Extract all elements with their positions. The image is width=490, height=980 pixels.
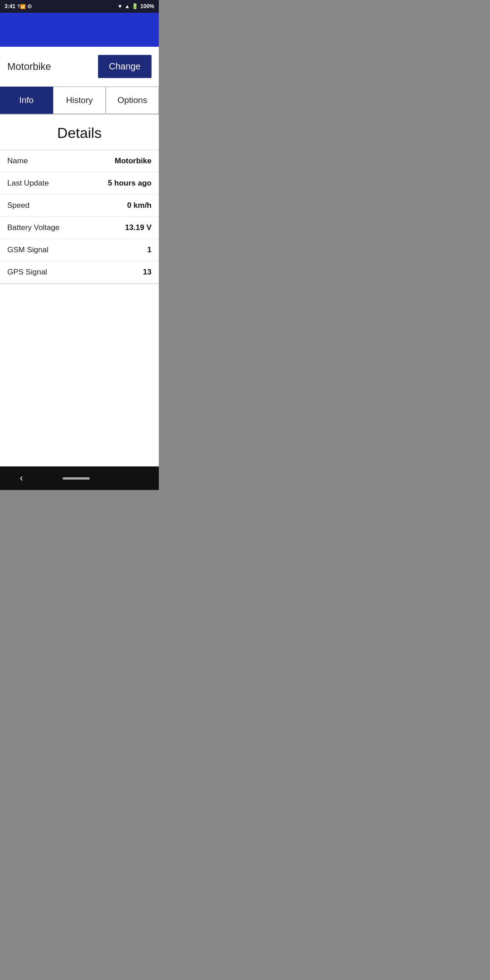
bottom-nav-bar: ‹ xyxy=(0,466,159,490)
details-title: Details xyxy=(0,115,159,150)
change-button[interactable]: Change xyxy=(98,55,152,78)
app-header xyxy=(0,13,159,47)
signal-icon: ?📶 xyxy=(17,4,25,9)
gps-signal-label: GPS Signal xyxy=(7,268,143,277)
tab-info[interactable]: Info xyxy=(0,87,53,114)
info-table: Name Motorbike Last Update 5 hours ago S… xyxy=(0,150,159,284)
home-pill[interactable] xyxy=(63,477,90,480)
table-row: Battery Voltage 13.19 V xyxy=(0,217,159,239)
sync-icon: ⊙ xyxy=(27,3,32,10)
last-update-label: Last Update xyxy=(7,179,108,188)
table-row: Name Motorbike xyxy=(0,150,159,172)
bottom-divider xyxy=(0,284,159,284)
status-right: ▼ ▲ 🔋 100% xyxy=(118,3,154,10)
status-left: 3:41 ?📶 ⊙ xyxy=(5,3,32,10)
gps-signal-value: 13 xyxy=(143,268,152,277)
table-row: Speed 0 km/h xyxy=(0,195,159,217)
battery-icon: 🔋 xyxy=(132,3,138,10)
battery-voltage-value: 13.19 V xyxy=(125,223,152,232)
back-button[interactable]: ‹ xyxy=(20,472,23,484)
content-area: Details Name Motorbike Last Update 5 hou… xyxy=(0,115,159,284)
tab-options[interactable]: Options xyxy=(106,87,159,114)
battery-percent: 100% xyxy=(140,3,154,10)
wifi-icon: ▼ xyxy=(118,3,123,10)
speed-label: Speed xyxy=(7,201,127,210)
table-row: GPS Signal 13 xyxy=(0,261,159,284)
vehicle-name-label: Motorbike xyxy=(7,61,93,73)
vehicle-row: Motorbike Change xyxy=(0,47,159,87)
tabs-row: Info History Options xyxy=(0,87,159,115)
name-value: Motorbike xyxy=(115,157,152,166)
tab-history[interactable]: History xyxy=(53,87,106,114)
gsm-signal-value: 1 xyxy=(147,245,152,255)
speed-value: 0 km/h xyxy=(127,201,152,210)
time-display: 3:41 xyxy=(5,3,15,10)
table-row: GSM Signal 1 xyxy=(0,239,159,261)
cell-signal-icon: ▲ xyxy=(124,3,130,10)
gsm-signal-label: GSM Signal xyxy=(7,245,147,255)
status-bar: 3:41 ?📶 ⊙ ▼ ▲ 🔋 100% xyxy=(0,0,159,13)
battery-voltage-label: Battery Voltage xyxy=(7,223,125,232)
table-row: Last Update 5 hours ago xyxy=(0,172,159,195)
name-label: Name xyxy=(7,157,115,166)
last-update-value: 5 hours ago xyxy=(108,179,152,188)
